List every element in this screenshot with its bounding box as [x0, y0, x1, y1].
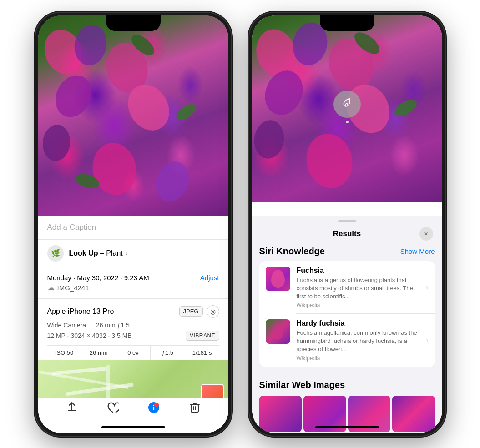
lens-icon: ◎ — [207, 305, 219, 318]
lookup-row[interactable]: 🌿 Look Up – Plant › — [38, 240, 228, 267]
fuchsia-source: Wikipedia — [297, 302, 420, 308]
siri-item-hardy[interactable]: Hardy fuchsia Fuchsia magellanica, commo… — [259, 314, 435, 367]
home-indicator-right — [315, 426, 379, 428]
adjust-button[interactable]: Adjust — [200, 274, 219, 282]
show-more-button[interactable]: Show More — [400, 247, 435, 255]
cloud-icon: ☁ — [47, 283, 55, 292]
close-button[interactable]: × — [419, 227, 433, 241]
lookup-text: Look Up – Plant › — [69, 249, 128, 257]
exif-row: ISO 50 26 mm 0 ev ƒ1.5 1/181 s — [47, 345, 219, 360]
results-header: Results × — [252, 222, 442, 246]
exif-iso: ISO 50 — [47, 346, 82, 360]
fuchsia-info: Fuchsia Fuchsia is a genus of flowering … — [297, 267, 420, 309]
camera-specs: Wide Camera — 26 mm ƒ1.5 — [47, 322, 219, 329]
filename-row: ☁ IMG_4241 — [47, 283, 219, 292]
similar-img-4[interactable] — [392, 396, 435, 432]
hardy-chevron-icon: › — [426, 336, 428, 344]
lookup-icon: 🌿 — [47, 245, 64, 262]
share-button[interactable] — [66, 402, 78, 416]
filename: IMG_4241 — [57, 284, 89, 292]
fuchsia-thumbnail — [266, 267, 290, 291]
device-name: Apple iPhone 13 Pro — [47, 307, 114, 316]
device-badges: JPEG ◎ — [179, 305, 219, 318]
siri-knowledge-title: Siri Knowledge — [259, 246, 325, 257]
bottom-toolbar: i — [38, 398, 228, 420]
exif-shutter: 1/181 s — [185, 346, 219, 360]
hardy-info: Hardy fuchsia Fuchsia magellanica, commo… — [297, 319, 420, 362]
caption-placeholder: Add a Caption — [47, 223, 96, 232]
hardy-name: Hardy fuchsia — [297, 319, 420, 327]
hardy-desc: Fuchsia magellanica, commonly known as t… — [297, 329, 420, 354]
delete-button[interactable] — [189, 402, 200, 416]
fuchsia-chevron-icon: › — [426, 283, 428, 292]
meta-section: Monday · May 30, 2022 · 9:23 AM Adjust ☁… — [38, 267, 228, 299]
hardy-source: Wikipedia — [297, 355, 420, 362]
exif-ev: 0 ev — [116, 346, 151, 360]
left-phone: Add a Caption 🌿 Look Up – Plant › Monday… — [35, 13, 231, 436]
exif-aperture: ƒ1.5 — [151, 346, 185, 360]
favorite-button[interactable] — [107, 402, 119, 416]
lookup-dot — [346, 121, 349, 123]
mp-info: 12 MP · 3024 × 4032 · 3.5 MB — [47, 332, 132, 339]
home-indicator-left — [101, 426, 165, 428]
svg-rect-3 — [191, 405, 198, 412]
fuchsia-desc: Fuchsia is a genus of flowering plants t… — [297, 276, 420, 301]
photo-view — [38, 15, 228, 216]
results-panel: Results × Siri Knowledge Show More — [252, 216, 442, 433]
similar-title: Similar Web Images — [259, 380, 435, 390]
notch — [106, 15, 161, 31]
exif-focal: 26 mm — [81, 346, 116, 360]
photo-view-right — [252, 15, 442, 202]
similar-img-1[interactable] — [259, 396, 302, 432]
siri-section-header: Siri Knowledge Show More — [259, 246, 435, 257]
visual-lookup-button[interactable] — [333, 91, 361, 118]
similar-section: Similar Web Images — [252, 372, 442, 433]
fuchsia-name: Fuchsia — [297, 267, 420, 275]
right-phone: Results × Siri Knowledge Show More — [249, 13, 445, 436]
device-section: Apple iPhone 13 Pro JPEG ◎ Wide Camera —… — [38, 299, 228, 367]
hardy-thumbnail — [266, 319, 290, 344]
siri-item-fuchsia[interactable]: Fuchsia Fuchsia is a genus of flowering … — [259, 261, 435, 314]
siri-knowledge-section: Siri Knowledge Show More — [252, 246, 442, 372]
photo-datetime: Monday · May 30, 2022 · 9:23 AM — [47, 274, 149, 282]
results-title: Results — [275, 229, 419, 238]
leaf-icon — [342, 97, 353, 111]
format-badge: JPEG — [179, 306, 203, 317]
caption-input[interactable]: Add a Caption — [38, 216, 228, 240]
notch-right — [320, 15, 374, 31]
info-button[interactable]: i — [147, 401, 160, 417]
lookup-chevron-icon: › — [126, 250, 128, 257]
siri-results-card: Fuchsia Fuchsia is a genus of flowering … — [259, 261, 435, 367]
vibrant-badge: VIBRANT — [186, 331, 219, 341]
svg-point-2 — [154, 403, 159, 407]
